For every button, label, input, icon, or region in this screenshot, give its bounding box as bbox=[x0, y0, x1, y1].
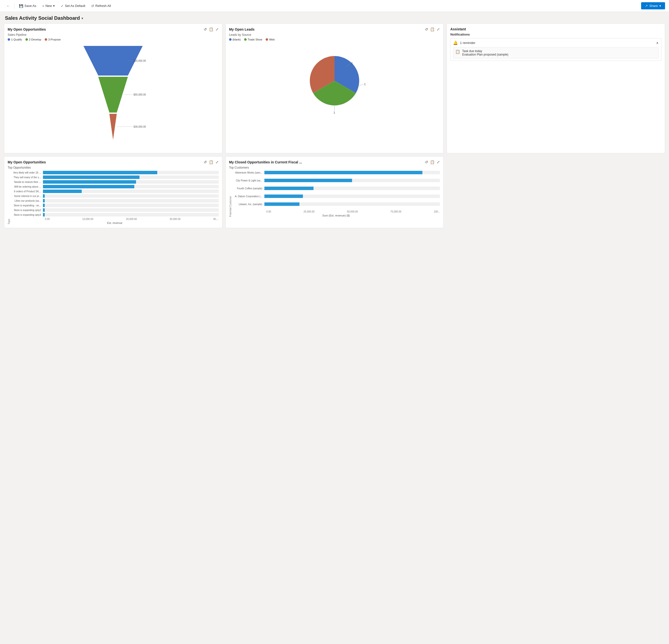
bar-label: Likes our products (sa... bbox=[11, 199, 43, 202]
open-opp-subtitle: Sales Pipeline bbox=[8, 33, 219, 37]
bar-track bbox=[43, 199, 219, 202]
dashboard: My Open Opportunities ↺ 📋 ⤢ Sales Pipeli… bbox=[0, 24, 669, 233]
share-chevron-icon: ▾ bbox=[659, 4, 661, 8]
web-dot bbox=[266, 38, 268, 41]
bar-track bbox=[43, 189, 219, 193]
back-button[interactable]: ← bbox=[4, 2, 12, 9]
bar-label: 6 orders of Product SK... bbox=[11, 190, 43, 193]
bar-fill bbox=[265, 179, 352, 182]
bar-label: Very likely will order 18 ... bbox=[11, 171, 43, 174]
bar-row: Adventure Works (sam... bbox=[232, 171, 440, 174]
assistant-card: Assistant Notifications 🔔 1 reminder ∧ 📋… bbox=[446, 24, 665, 153]
bar-row: Store is expanding - se... bbox=[11, 204, 219, 207]
bar-track bbox=[43, 213, 219, 216]
bar-row: They sell many of the s... bbox=[11, 175, 219, 179]
open-opportunities-card: My Open Opportunities ↺ 📋 ⤢ Sales Pipeli… bbox=[4, 24, 223, 153]
closed-opp-export-btn[interactable]: 📋 bbox=[430, 160, 435, 164]
new-button[interactable]: + New ▾ bbox=[40, 2, 57, 9]
bar-row: City Power & Light (sa... bbox=[232, 179, 440, 182]
bar-label: City Power & Light (sa... bbox=[232, 179, 265, 182]
open-leads-refresh-btn[interactable]: ↺ bbox=[425, 27, 428, 32]
funnel-label-3: $36,000.00 bbox=[133, 125, 146, 128]
bar-label: Store is expanding opty2 bbox=[11, 209, 43, 212]
bar-track bbox=[265, 202, 440, 206]
bar-fill bbox=[43, 180, 136, 184]
open-opp-expand-btn[interactable]: ⤢ bbox=[215, 27, 219, 32]
reminder-count: 1 reminder bbox=[460, 41, 475, 45]
top-opp-expand-btn[interactable]: ⤢ bbox=[215, 160, 219, 164]
closed-opp-title: My Closed Opportunities in Current Fisca… bbox=[229, 160, 302, 164]
bar-row: Fourth Coffee (sample) bbox=[232, 187, 440, 190]
legend-qualify: 1-Qualify bbox=[8, 38, 22, 41]
toolbar-divider-1 bbox=[14, 3, 15, 9]
top-opp-refresh-btn[interactable]: ↺ bbox=[204, 160, 207, 164]
bar-label: Store is expanding - se... bbox=[11, 204, 43, 207]
pie-label-web: 1 bbox=[333, 111, 335, 114]
top-opp-y-axis: Topic bbox=[8, 171, 10, 224]
bar-track bbox=[265, 195, 440, 198]
notifications-header: Notifications bbox=[450, 32, 661, 36]
legend-web: Web bbox=[266, 38, 274, 41]
top-opp-x-label: Est. revenue bbox=[11, 221, 219, 224]
set-default-button[interactable]: ✓ Set As Default bbox=[58, 2, 88, 9]
refresh-button[interactable]: ↺ Refresh All bbox=[89, 2, 113, 9]
open-leads-legend: (blank) Trade Show Web bbox=[229, 38, 440, 41]
toolbar-right: ↗ Share ▾ bbox=[641, 2, 665, 9]
closed-opp-bar-chart: Adventure Works (sam... City Power & Lig… bbox=[232, 171, 440, 217]
pie-label-tradeshow: 1 bbox=[364, 83, 366, 86]
bar-track bbox=[43, 208, 219, 212]
bar-label: They sell many of the s... bbox=[11, 176, 43, 179]
reminder-task-text: Task due today Evaluation Plan proposed … bbox=[462, 49, 508, 56]
closed-opp-expand-btn[interactable]: ⤢ bbox=[437, 160, 440, 164]
bar-label: Store is expanding opty3 bbox=[11, 214, 43, 216]
bar-fill bbox=[43, 171, 157, 174]
bar-row: Needs to restock their ... bbox=[11, 180, 219, 184]
top-opp-chart: Topic Very likely will order 18 ... They… bbox=[8, 171, 219, 224]
share-button[interactable]: ↗ Share ▾ bbox=[641, 2, 665, 9]
bar-label: A. Datum Corporation (... bbox=[232, 195, 265, 198]
set-default-label: Set As Default bbox=[65, 4, 85, 8]
closed-opportunities-card: My Closed Opportunities in Current Fisca… bbox=[225, 156, 444, 228]
closed-opp-refresh-btn[interactable]: ↺ bbox=[425, 160, 428, 164]
save-icon: 💾 bbox=[19, 4, 23, 8]
open-opp-refresh-btn[interactable]: ↺ bbox=[204, 27, 207, 32]
save-as-label: Save As bbox=[25, 4, 36, 8]
pie-chart: 1 1 1 bbox=[229, 42, 440, 121]
bar-track bbox=[43, 185, 219, 188]
closed-opp-chart: Potential Customer Adventure Works (sam.… bbox=[229, 171, 440, 217]
closed-opp-header: My Closed Opportunities in Current Fisca… bbox=[229, 160, 440, 164]
funnel-svg: $25,000.00 $55,000.00 $36,000.00 bbox=[79, 43, 148, 147]
bar-row: Store is expanding opty3 bbox=[11, 213, 219, 216]
bar-track bbox=[43, 171, 219, 174]
bar-track bbox=[43, 204, 219, 207]
bar-track bbox=[43, 194, 219, 198]
open-leads-export-btn[interactable]: 📋 bbox=[430, 27, 435, 32]
bar-track bbox=[43, 180, 219, 184]
web-label: Web bbox=[269, 38, 274, 41]
funnel-chart: $25,000.00 $55,000.00 $36,000.00 bbox=[8, 43, 219, 147]
open-leads-expand-btn[interactable]: ⤢ bbox=[437, 27, 440, 32]
open-leads-actions: ↺ 📋 ⤢ bbox=[425, 27, 440, 32]
closed-opp-x-axis: 0.00 25,000.00 50,000.00 75,000.00 100..… bbox=[232, 210, 440, 213]
open-opp-export-btn[interactable]: 📋 bbox=[209, 27, 214, 32]
refresh-icon: ↺ bbox=[91, 4, 94, 8]
open-opp-actions: ↺ 📋 ⤢ bbox=[204, 27, 219, 32]
bar-label: Litware, Inc. (sample) bbox=[232, 203, 265, 205]
checkmark-icon: ✓ bbox=[61, 4, 64, 8]
save-as-button[interactable]: 💾 Save As bbox=[16, 2, 39, 9]
reminder-title-row[interactable]: 🔔 1 reminder ∧ bbox=[453, 41, 659, 45]
open-leads-title: My Open Leads bbox=[229, 27, 255, 31]
top-opp-export-btn[interactable]: 📋 bbox=[209, 160, 214, 164]
task-icon: 📋 bbox=[455, 49, 460, 54]
bar-row: Very likely will order 18 ... bbox=[11, 171, 219, 174]
page-title-chevron-icon[interactable]: ▾ bbox=[82, 16, 83, 20]
bar-label: Needs to restock their ... bbox=[11, 181, 43, 183]
open-opp-title: My Open Opportunities bbox=[8, 27, 46, 31]
top-opp-bar-chart: Very likely will order 18 ... They sell … bbox=[11, 171, 219, 224]
new-label: New bbox=[45, 4, 52, 8]
open-leads-subtitle: Leads by Source bbox=[229, 33, 440, 37]
open-opp-header: My Open Opportunities ↺ 📋 ⤢ bbox=[8, 27, 219, 32]
task-label: Task due today bbox=[462, 49, 508, 53]
share-icon: ↗ bbox=[645, 4, 648, 8]
bar-fill bbox=[43, 199, 45, 202]
